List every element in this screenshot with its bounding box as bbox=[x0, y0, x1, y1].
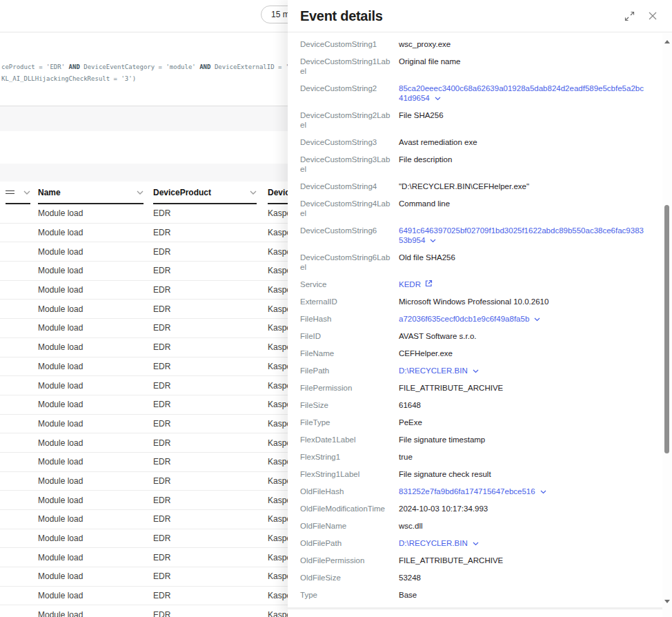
chevron-down-icon[interactable] bbox=[23, 190, 30, 195]
panel-scrollbar[interactable] bbox=[662, 33, 672, 617]
chevron-down-icon[interactable] bbox=[430, 239, 436, 243]
table-header-name[interactable]: Name bbox=[38, 182, 144, 204]
field-link[interactable]: D:\RECYCLER.BIN bbox=[399, 366, 468, 375]
field-link[interactable]: 831252e7fa9bd6fa174715647ebce516 bbox=[399, 487, 535, 496]
field-value[interactable]: KEDR bbox=[399, 280, 662, 289]
cell-name: Module load bbox=[38, 362, 144, 371]
field-label: FileType bbox=[300, 418, 399, 427]
cell-name: Module load bbox=[38, 266, 144, 275]
field-row-filename: FileNameCEFHelper.exe bbox=[300, 344, 662, 362]
close-icon[interactable] bbox=[646, 9, 660, 23]
field-label: Type bbox=[300, 590, 399, 600]
field-row-oldfilepermission: OldFilePermissionFILE_ATTRIBUTE_ARCHIVE bbox=[300, 551, 662, 569]
cell-name: Module load bbox=[38, 438, 144, 448]
column-settings-icon[interactable] bbox=[6, 188, 14, 195]
field-row-filepermission: FilePermissionFILE_ATTRIBUTE_ARCHIVE bbox=[300, 379, 662, 396]
field-label: FlexString1Label bbox=[300, 469, 399, 479]
cell-name: Module load bbox=[38, 304, 144, 314]
field-label: OldFileName bbox=[300, 521, 399, 531]
field-label: OldFilePermission bbox=[300, 556, 399, 565]
field-label: DeviceCustomString4Label bbox=[300, 199, 399, 218]
cell-name: Module load bbox=[38, 285, 144, 295]
cell-deviceproduct: EDR bbox=[153, 496, 257, 505]
field-label: DeviceCustomString1Label bbox=[300, 57, 399, 76]
field-value: FILE_ATTRIBUTE_ARCHIVE bbox=[399, 556, 662, 565]
field-label: DeviceCustomString3 bbox=[300, 137, 399, 147]
field-value[interactable]: D:\RECYCLER.BIN bbox=[399, 366, 662, 375]
column-label: DeviceProduct bbox=[153, 188, 211, 197]
field-label: DeviceCustomString2 bbox=[300, 84, 399, 103]
field-link[interactable]: KEDR bbox=[399, 280, 421, 288]
field-value[interactable]: 85ca20eeec3400c68a62639a01928a5dab824d2e… bbox=[399, 84, 662, 103]
field-row-flexstring1: FlexString1true bbox=[300, 448, 662, 465]
field-value[interactable]: 831252e7fa9bd6fa174715647ebce516 bbox=[399, 487, 662, 496]
field-row-externalid: ExternalIDMicrosoft Windows Professional… bbox=[300, 293, 662, 310]
cell-name: Module load bbox=[38, 533, 144, 543]
cell-name: Module load bbox=[38, 553, 144, 562]
scrollbar-thumb[interactable] bbox=[664, 205, 669, 453]
field-label: FileName bbox=[300, 349, 399, 358]
field-row-devicecustomstring4label: DeviceCustomString4LabelCommand line bbox=[300, 195, 662, 222]
field-row-devicecustomstring2: DeviceCustomString285ca20eeec3400c68a626… bbox=[300, 79, 662, 106]
cell-deviceproduct: EDR bbox=[153, 323, 257, 333]
field-row-devicecustomstring3: DeviceCustomString3Avast remediation exe bbox=[300, 133, 662, 150]
field-value: AVAST Software s.r.o. bbox=[399, 331, 662, 341]
field-value: CEFHelper.exe bbox=[399, 349, 662, 358]
cell-deviceproduct: EDR bbox=[153, 438, 257, 448]
cell-name: Module load bbox=[38, 571, 144, 581]
chevron-down-icon[interactable] bbox=[435, 97, 441, 101]
cell-deviceproduct: EDR bbox=[153, 304, 257, 314]
field-link[interactable]: a72036f635cecf0dcb1e9c6f49a8fa5b bbox=[399, 315, 529, 323]
cell-deviceproduct: EDR bbox=[153, 266, 257, 275]
field-row-fileid: FileIDAVAST Software s.r.o. bbox=[300, 327, 662, 344]
panel-header: Event details bbox=[288, 0, 672, 32]
panel-body: DeviceCustomString1wsc_proxy.exeDeviceCu… bbox=[288, 33, 662, 605]
chevron-down-icon[interactable] bbox=[534, 317, 540, 322]
field-value: Old file SHA256 bbox=[399, 253, 662, 272]
cell-deviceproduct: EDR bbox=[153, 533, 257, 543]
field-label: OldFileSize bbox=[300, 573, 399, 582]
cell-deviceproduct: EDR bbox=[153, 400, 257, 409]
field-value: 2024-10-03 10:17:34.993 bbox=[399, 504, 662, 513]
field-value[interactable]: 6491c646397025bf02709f1bd3025f1622abdc89… bbox=[399, 226, 662, 245]
field-row-type: TypeBase bbox=[300, 586, 662, 603]
field-value: true bbox=[399, 452, 662, 462]
field-label: DeviceCustomString1 bbox=[300, 39, 399, 49]
field-row-oldfilemodificationtime: OldFileModificationTime2024-10-03 10:17:… bbox=[300, 500, 662, 517]
field-row-devicecustomstring1: DeviceCustomString1wsc_proxy.exe bbox=[300, 35, 662, 52]
field-link[interactable]: D:\RECYCLER.BIN bbox=[399, 539, 468, 547]
table-header-deviceproduct[interactable]: DeviceProduct bbox=[153, 182, 257, 204]
chevron-down-icon[interactable] bbox=[250, 190, 257, 195]
field-row-devicecustomstring4: DeviceCustomString4"D:\RECYCLER.BIN\CEFH… bbox=[300, 177, 662, 195]
cell-deviceproduct: EDR bbox=[153, 228, 257, 237]
cell-deviceproduct: EDR bbox=[153, 285, 257, 295]
field-row-oldfilehash: OldFileHash831252e7fa9bd6fa174715647ebce… bbox=[300, 482, 662, 500]
field-value[interactable]: D:\RECYCLER.BIN bbox=[399, 538, 662, 548]
field-row-filesize: FileSize61648 bbox=[300, 396, 662, 413]
field-label: Service bbox=[300, 280, 399, 289]
cell-deviceproduct: EDR bbox=[153, 342, 257, 352]
chevron-down-icon[interactable] bbox=[540, 490, 546, 494]
chevron-down-icon[interactable] bbox=[137, 190, 144, 195]
cell-deviceproduct: EDR bbox=[153, 208, 257, 218]
chevron-down-icon[interactable] bbox=[473, 542, 479, 546]
cell-deviceproduct: EDR bbox=[153, 362, 257, 371]
chevron-down-icon[interactable] bbox=[473, 369, 479, 373]
scroll-down-arrow[interactable] bbox=[664, 600, 670, 603]
field-row-oldfilename: OldFileNamewsc.dll bbox=[300, 517, 662, 534]
table-header-settings[interactable] bbox=[6, 182, 30, 204]
cell-name: Module load bbox=[38, 457, 144, 467]
expand-icon[interactable] bbox=[622, 9, 636, 23]
cell-deviceproduct: EDR bbox=[153, 571, 257, 581]
column-label: Name bbox=[38, 188, 61, 197]
panel-footer bbox=[288, 607, 672, 617]
cell-deviceproduct: EDR bbox=[153, 476, 257, 486]
scroll-up-arrow[interactable] bbox=[664, 40, 670, 43]
field-label: OldFileHash bbox=[300, 487, 399, 496]
cell-name: Module load bbox=[38, 228, 144, 237]
external-link-icon[interactable] bbox=[425, 280, 433, 287]
field-value: Original file name bbox=[399, 57, 662, 76]
cell-name: Module load bbox=[38, 342, 144, 352]
field-value[interactable]: a72036f635cecf0dcb1e9c6f49a8fa5b bbox=[399, 314, 662, 324]
field-value: File signature check result bbox=[399, 469, 662, 479]
